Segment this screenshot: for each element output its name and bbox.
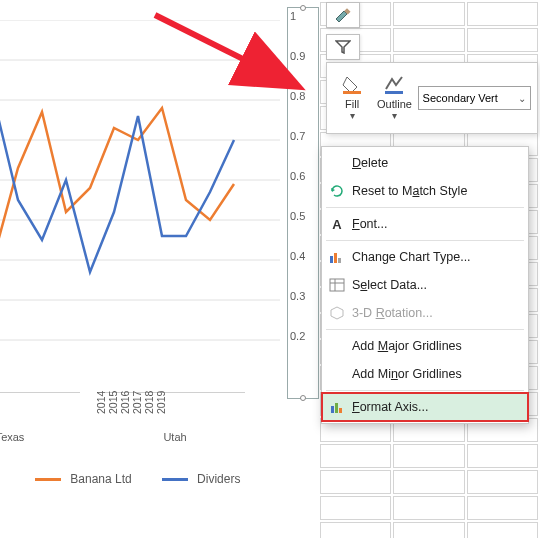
svg-rect-14 (334, 253, 337, 263)
chart-filter-button[interactable] (326, 34, 360, 60)
select-data-icon (328, 276, 346, 294)
font-icon: A (328, 215, 346, 233)
menu-3d-rotation: 3-D Rotation... (322, 299, 528, 327)
svg-rect-19 (331, 406, 334, 413)
svg-rect-16 (330, 279, 344, 291)
menu-font[interactable]: A Font... (322, 210, 528, 238)
legend-swatch (35, 478, 61, 481)
selection-handle[interactable] (300, 395, 306, 401)
menu-change-chart-type[interactable]: Change Chart Type... (322, 243, 528, 271)
svg-rect-20 (335, 403, 338, 413)
axis-tick-label: 0.6 (290, 170, 316, 182)
outline-button[interactable]: Outline ▾ (375, 68, 413, 128)
menu-add-minor-gridlines[interactable]: Add Minor Gridlines (322, 360, 528, 388)
legend-label: Dividers (197, 472, 240, 486)
axis-selector-dropdown[interactable]: Secondary Vert ⌄ (418, 86, 531, 110)
chevron-down-icon: ▾ (350, 110, 355, 121)
chart-type-icon (328, 248, 346, 266)
fill-icon (339, 72, 365, 98)
outline-icon (381, 72, 407, 98)
menu-format-axis[interactable]: Format Axis... (322, 393, 528, 421)
legend-swatch (162, 478, 188, 481)
axis-tick-label: 0.7 (290, 130, 316, 142)
menu-add-major-gridlines[interactable]: Add Major Gridlines (322, 332, 528, 360)
legend-label: Banana Ltd (70, 472, 131, 486)
chart-format-brush-button[interactable] (326, 2, 360, 28)
reset-icon (328, 182, 346, 200)
menu-reset-to-match-style[interactable]: Reset to Match Style (322, 177, 528, 205)
fill-button[interactable]: Fill ▾ (333, 68, 371, 128)
x-group-label: Utah (105, 431, 245, 443)
axis-tick-label: 0.5 (290, 210, 316, 222)
axis-tick-label: 0.4 (290, 250, 316, 262)
svg-rect-13 (330, 256, 333, 263)
svg-rect-11 (343, 91, 361, 94)
context-menu: Delete Reset to Match Style A Font... Ch… (321, 146, 529, 424)
legend-entry[interactable]: Dividers (162, 472, 241, 486)
svg-rect-21 (339, 408, 342, 413)
axis-tick-label: 0.3 (290, 290, 316, 302)
format-axis-icon (328, 398, 346, 416)
x-axis[interactable]: 201420152016 201720182019 Texas 20142015… (0, 392, 285, 452)
legend-entry[interactable]: Banana Ltd (35, 472, 132, 486)
rotation-icon (328, 304, 346, 322)
menu-delete[interactable]: Delete (322, 149, 528, 177)
axis-tick-label: 0.2 (290, 330, 316, 342)
x-group-label: Texas (0, 431, 80, 443)
svg-rect-12 (385, 91, 403, 94)
annotation-arrow (150, 10, 310, 100)
chart-legend[interactable]: Banana Ltd Dividers (35, 472, 240, 486)
mini-toolbar: Fill ▾ Outline ▾ Secondary Vert ⌄ (326, 62, 538, 134)
svg-line-9 (155, 15, 295, 85)
chevron-down-icon: ▾ (392, 110, 397, 121)
chevron-down-icon: ⌄ (518, 93, 526, 104)
menu-select-data[interactable]: Select Data... (322, 271, 528, 299)
svg-rect-15 (338, 258, 341, 263)
